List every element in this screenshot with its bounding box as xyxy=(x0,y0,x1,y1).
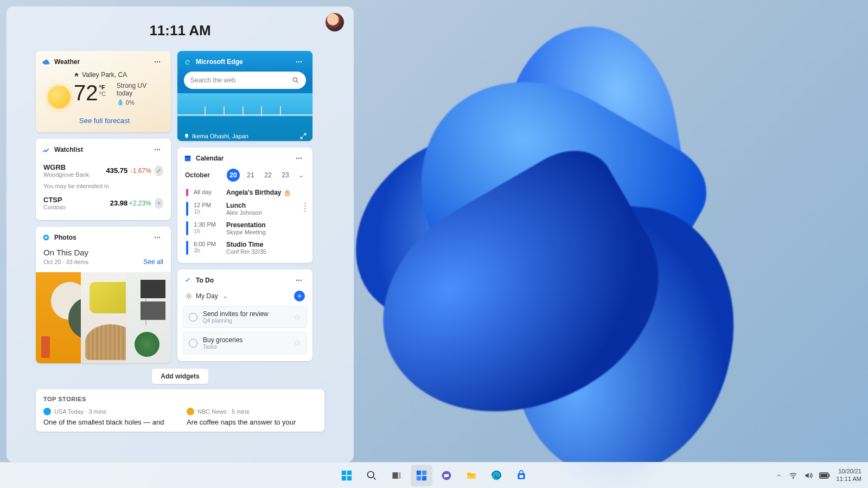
calendar-event[interactable]: 12 PM1h LunchAlex Johnson xyxy=(184,199,306,219)
chevron-down-icon[interactable]: ⌄ xyxy=(297,171,305,179)
todo-widget[interactable]: To Do ⋯ My Day ⌄ ＋ Send invites for revi… xyxy=(177,269,312,361)
star-icon[interactable]: ☆ xyxy=(293,338,301,348)
weather-note: Strong UV today xyxy=(117,82,162,97)
star-icon[interactable]: ☆ xyxy=(293,312,301,322)
watchlist-more-button[interactable]: ⋯ xyxy=(150,144,164,156)
tray-overflow-icon[interactable] xyxy=(776,472,782,479)
event-title: Presentation xyxy=(226,221,266,229)
weather-temperature: 72 °F °C xyxy=(74,82,106,104)
watchlist-row[interactable]: WGRBWoodgrove Bank 435.75 -1.67% ✓ xyxy=(43,160,163,181)
task-checkbox[interactable] xyxy=(189,339,197,348)
task-view-button[interactable] xyxy=(386,465,407,486)
story-headline: Are coffee naps the answer to your xyxy=(187,418,317,427)
calendar-day[interactable]: 20 xyxy=(227,169,240,182)
chevron-down-icon[interactable]: ⌄ xyxy=(221,292,229,300)
calendar-day[interactable]: 21 xyxy=(244,169,257,182)
task-checkbox[interactable] xyxy=(189,313,197,322)
photos-more-button[interactable]: ⋯ xyxy=(150,232,164,243)
chat-button[interactable] xyxy=(436,465,457,486)
add-widgets-button[interactable]: Add widgets xyxy=(152,369,208,384)
change: +2.23% xyxy=(127,200,151,207)
watchlist-widget[interactable]: Watchlist ⋯ WGRBWoodgrove Bank 435.75 -1… xyxy=(36,139,171,220)
svg-rect-17 xyxy=(422,476,426,480)
taskbar: 10/20/21 11:11 AM xyxy=(0,462,868,488)
search-icon xyxy=(292,76,299,84)
calendar-title: Calendar xyxy=(196,155,224,162)
check-icon[interactable]: ✓ xyxy=(155,165,163,176)
watchlist-row[interactable]: CTSPContoso 23.98 +2.23% ＋ xyxy=(43,192,163,214)
calendar-more-button[interactable]: ⋯ xyxy=(292,152,306,164)
panel-clock: 11:11 AM xyxy=(149,22,210,39)
photo-thumbnail[interactable] xyxy=(36,272,81,363)
weather-more-button[interactable]: ⋯ xyxy=(150,56,164,68)
top-stories-heading: TOP STORIES xyxy=(43,396,317,402)
widgets-button[interactable] xyxy=(411,465,432,486)
calendar-day[interactable]: 23 xyxy=(279,169,292,182)
event-subtitle: Alex Johnson xyxy=(226,209,262,216)
story-headline: One of the smallest black holes — and xyxy=(43,418,174,427)
story[interactable]: NBC News · 5 mins Are coffee naps the an… xyxy=(187,408,317,427)
add-icon[interactable]: ＋ xyxy=(155,198,163,209)
store-button[interactable] xyxy=(510,465,532,486)
story[interactable]: USA Today · 3 mins One of the smallest b… xyxy=(43,408,174,427)
event-color-bar xyxy=(186,202,188,216)
svg-point-22 xyxy=(793,478,794,479)
todo-list-name[interactable]: My Day xyxy=(196,292,218,300)
calendar-event[interactable]: 1:30 PM1h PresentationSkype Meeting xyxy=(184,219,306,238)
calendar-month: October xyxy=(185,171,210,179)
company: Woodgrove Bank xyxy=(43,171,103,178)
calendar-event[interactable]: All day Angela's Birthday 🎂 xyxy=(184,186,306,199)
add-task-button[interactable]: ＋ xyxy=(294,291,305,301)
photos-thumbnails[interactable] xyxy=(36,272,171,363)
start-button[interactable] xyxy=(336,465,358,486)
expand-icon[interactable] xyxy=(299,132,307,140)
company: Contoso xyxy=(43,204,103,210)
weather-widget[interactable]: Weather ⋯ Valley Park, CA 72 °F xyxy=(36,51,171,132)
svg-rect-21 xyxy=(520,475,524,478)
source-icon xyxy=(187,408,194,415)
event-color-bar xyxy=(186,221,188,235)
svg-rect-12 xyxy=(393,472,398,479)
user-avatar[interactable] xyxy=(326,13,344,31)
droplet-icon: 💧 xyxy=(117,99,124,106)
drag-handle-icon[interactable] xyxy=(304,202,306,212)
event-time: 12 PM1h xyxy=(194,202,221,215)
edge-widget[interactable]: Microsoft Edge ⋯ Search the web xyxy=(177,51,312,141)
photos-widget[interactable]: Photos ⋯ On This Day Oct 20 · 33 items S… xyxy=(36,227,171,363)
event-time: 1:30 PM1h xyxy=(194,221,221,234)
event-time: 6:00 PM3h xyxy=(194,241,221,254)
photos-see-all-link[interactable]: See all xyxy=(143,258,163,266)
tray-clock[interactable]: 10/20/21 11:11 AM xyxy=(837,468,861,482)
svg-rect-8 xyxy=(347,470,352,474)
svg-rect-15 xyxy=(422,470,426,474)
battery-icon[interactable] xyxy=(819,472,830,479)
story-source: NBC News · 5 mins xyxy=(197,408,249,415)
wifi-icon[interactable] xyxy=(789,471,797,480)
todo-task[interactable]: Buy groceriesTasks ☆ xyxy=(183,332,307,354)
file-explorer-button[interactable] xyxy=(461,465,482,486)
calendar-day[interactable]: 22 xyxy=(261,169,275,182)
source-icon xyxy=(43,408,51,415)
edge-icon xyxy=(184,58,192,66)
edge-more-button[interactable]: ⋯ xyxy=(292,56,306,68)
edge-app-button[interactable] xyxy=(486,465,507,486)
calendar-widget[interactable]: Calendar ⋯ October 20212223 ⌄ All day An… xyxy=(177,147,312,263)
watchlist-icon xyxy=(42,146,50,153)
todo-more-button[interactable]: ⋯ xyxy=(292,274,306,286)
edge-photo: Ikema Ohashi, Japan xyxy=(177,93,312,141)
photo-thumbnail[interactable] xyxy=(126,272,171,363)
calendar-event[interactable]: 6:00 PM3h Studio TimeConf Rm 32/35 xyxy=(184,238,306,258)
edge-search-placeholder: Search the web xyxy=(190,76,235,84)
price: 435.75 xyxy=(103,166,127,175)
taskbar-search-button[interactable] xyxy=(361,465,382,486)
svg-rect-9 xyxy=(342,476,346,480)
see-full-forecast-link[interactable]: See full forecast xyxy=(36,109,171,132)
volume-icon[interactable] xyxy=(804,471,813,480)
photo-thumbnail[interactable] xyxy=(81,272,126,363)
todo-task[interactable]: Send invites for reviewQ4 planning ☆ xyxy=(183,306,307,328)
event-subtitle: Skype Meeting xyxy=(226,229,266,235)
change: -1.67% xyxy=(127,167,151,175)
event-title: Studio Time xyxy=(226,241,266,248)
edge-search-input[interactable]: Search the web xyxy=(184,72,306,89)
top-stories-section: TOP STORIES USA Today · 3 mins One of th… xyxy=(36,389,324,432)
